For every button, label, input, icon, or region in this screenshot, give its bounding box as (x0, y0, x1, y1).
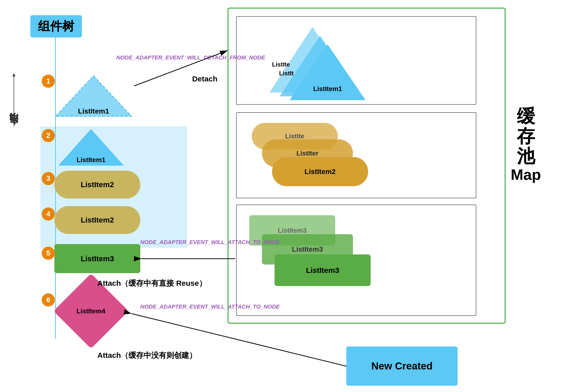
badge-1: 1 (42, 75, 55, 88)
list-item-1: ListItem1 (53, 73, 134, 120)
detach-event-label: NODE_ADAPTER_EVENT_WILL_DETACH_FROM_NODE (116, 54, 265, 61)
list-item-4: ListItem2 (54, 206, 140, 234)
cache-item2-label: ListItem2 (272, 157, 368, 186)
list-item-2: ListItem1 (56, 126, 126, 168)
badge-5: 5 (42, 247, 55, 260)
attach-action2-label: Attach（缓存中没有则创建） (97, 350, 197, 361)
new-created-box: New Created (346, 346, 458, 386)
list-item-3: ListItem2 (54, 171, 140, 199)
list-item-6: ListItem4 (53, 286, 129, 336)
cache-pool-label: 缓 存 池 Map (511, 106, 541, 183)
attach-event2-label: NODE_ADAPTER_EVENT_WILL_ATTACH_TO_NODE (140, 303, 280, 310)
cache-pool-box: ListItem1 ListIte ListIt ListIte ListIte… (228, 8, 506, 324)
badge-6: 6 (42, 293, 55, 307)
scroll-label: 向上滑动 (8, 76, 20, 133)
cache-item3-label: ListItem3 (275, 254, 371, 286)
cache-subbox-1: ListItem1 ListIte ListIt (236, 16, 476, 105)
badge-3: 3 (42, 172, 55, 185)
badge-4: 4 (42, 207, 55, 221)
scroll-arrow (14, 76, 14, 126)
cache-subbox-2: ListIte ListIter ListItem2 (236, 112, 476, 198)
attach-action1-label: Attach（缓存中有直接 Reuse） (97, 278, 207, 289)
list-item-5: ListItem3 (54, 244, 140, 273)
badge-2: 2 (42, 129, 55, 142)
item1-label: ListItem1 (53, 107, 134, 115)
component-tree-title: 组件树 (30, 15, 82, 37)
cache-item1-label: ListItem1 (287, 85, 368, 93)
detach-action-label: Detach (192, 75, 217, 83)
attach-event1-label: NODE_ADAPTER_EVENT_WILL_ATTACH_TO_NODE (140, 239, 280, 246)
cache-subbox-3: ListItem3 ListItem3 ListItem3 (236, 205, 476, 316)
scroll-text: 向上滑动 (8, 128, 20, 133)
item2-label: ListItem1 (56, 156, 126, 164)
